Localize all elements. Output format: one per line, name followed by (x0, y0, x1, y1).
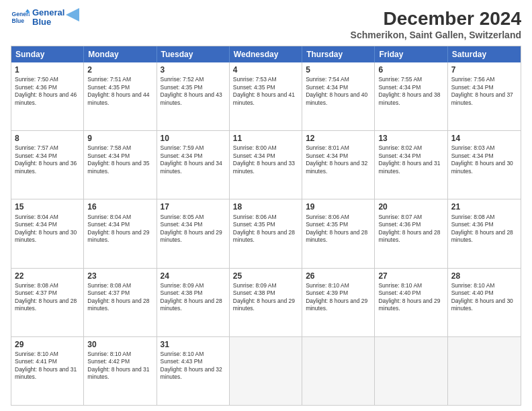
daylight-text: Daylight: 8 hours and 32 minutes. (161, 366, 226, 381)
calendar-header: Sunday Monday Tuesday Wednesday Thursday… (11, 46, 521, 62)
day-number: 25 (233, 271, 298, 281)
day-cell-8: 8Sunrise: 7:57 AMSunset: 4:34 PMDaylight… (11, 131, 84, 199)
day-number: 22 (15, 271, 80, 281)
sunset-text: Sunset: 4:34 PM (451, 84, 517, 91)
day-number: 2 (87, 64, 152, 75)
day-cell-21: 21Sunrise: 8:08 AMSunset: 4:36 PMDayligh… (448, 199, 521, 267)
sunrise-text: Sunrise: 8:03 AM (451, 144, 517, 152)
day-cell-3: 3Sunrise: 7:52 AMSunset: 4:35 PMDaylight… (157, 62, 230, 130)
daylight-text: Daylight: 8 hours and 28 minutes. (306, 229, 371, 244)
sunrise-text: Sunrise: 7:58 AM (87, 144, 152, 152)
sunset-text: Sunset: 4:38 PM (161, 289, 226, 297)
day-number: 3 (161, 64, 226, 75)
sunset-text: Sunset: 4:40 PM (378, 289, 443, 297)
sunrise-text: Sunrise: 7:57 AM (15, 144, 80, 152)
day-number: 27 (378, 271, 443, 281)
header-saturday: Saturday (448, 46, 521, 62)
day-number: 19 (306, 201, 371, 212)
sunset-text: Sunset: 4:34 PM (233, 152, 298, 160)
day-cell-4: 4Sunrise: 7:53 AMSunset: 4:35 PMDaylight… (230, 62, 302, 130)
day-number: 18 (233, 201, 298, 212)
sunrise-text: Sunrise: 7:59 AM (161, 144, 226, 152)
sunset-text: Sunset: 4:34 PM (451, 152, 517, 160)
day-number: 10 (161, 133, 226, 144)
sunset-text: Sunset: 4:34 PM (306, 84, 371, 91)
month-title: December 2024 (351, 8, 521, 30)
day-cell-22: 22Sunrise: 8:08 AMSunset: 4:37 PMDayligh… (11, 269, 84, 336)
daylight-text: Daylight: 8 hours and 41 minutes. (233, 91, 298, 107)
day-number: 26 (306, 271, 371, 281)
day-number: 1 (15, 64, 80, 75)
sunrise-text: Sunrise: 7:54 AM (306, 76, 371, 83)
day-cell-28: 28Sunrise: 8:10 AMSunset: 4:40 PMDayligh… (448, 269, 521, 336)
sunrise-text: Sunrise: 7:55 AM (378, 76, 443, 83)
sunrise-text: Sunrise: 8:10 AM (87, 351, 152, 358)
day-cell-17: 17Sunrise: 8:05 AMSunset: 4:34 PMDayligh… (157, 199, 230, 267)
daylight-text: Daylight: 8 hours and 29 minutes. (378, 298, 443, 313)
day-cell-15: 15Sunrise: 8:04 AMSunset: 4:34 PMDayligh… (11, 199, 84, 267)
sunrise-text: Sunrise: 8:07 AM (378, 214, 443, 221)
calendar-week-5: 29Sunrise: 8:10 AMSunset: 4:41 PMDayligh… (11, 336, 521, 405)
calendar-week-2: 8Sunrise: 7:57 AMSunset: 4:34 PMDaylight… (11, 130, 521, 199)
sunrise-text: Sunrise: 8:01 AM (306, 144, 371, 152)
daylight-text: Daylight: 8 hours and 32 minutes. (306, 160, 371, 175)
day-cell-18: 18Sunrise: 8:06 AMSunset: 4:35 PMDayligh… (230, 199, 302, 267)
sunrise-text: Sunrise: 8:04 AM (15, 214, 80, 221)
sunset-text: Sunset: 4:34 PM (161, 221, 226, 228)
day-cell-30: 30Sunrise: 8:10 AMSunset: 4:42 PMDayligh… (84, 337, 157, 405)
day-number: 31 (161, 339, 226, 350)
sunrise-text: Sunrise: 8:00 AM (233, 144, 298, 152)
sunrise-text: Sunrise: 7:51 AM (87, 76, 152, 83)
day-number: 13 (378, 133, 443, 144)
sunset-text: Sunset: 4:39 PM (306, 289, 371, 297)
day-number: 17 (161, 201, 226, 212)
sunrise-text: Sunrise: 8:06 AM (306, 214, 371, 221)
daylight-text: Daylight: 8 hours and 28 minutes. (15, 298, 80, 313)
day-cell-27: 27Sunrise: 8:10 AMSunset: 4:40 PMDayligh… (375, 269, 447, 336)
sunrise-text: Sunrise: 8:10 AM (451, 282, 517, 289)
svg-text:Blue: Blue (12, 17, 25, 24)
page: General Blue General Blue December 2024 … (0, 0, 532, 411)
sunset-text: Sunset: 4:42 PM (87, 358, 152, 365)
sunset-text: Sunset: 4:34 PM (87, 152, 152, 160)
day-number: 5 (306, 64, 371, 75)
sunrise-text: Sunrise: 8:10 AM (306, 282, 371, 289)
sunrise-text: Sunrise: 8:08 AM (15, 282, 80, 289)
sunset-text: Sunset: 4:43 PM (161, 358, 226, 365)
day-cell-13: 13Sunrise: 8:02 AMSunset: 4:34 PMDayligh… (375, 131, 447, 199)
sunset-text: Sunset: 4:36 PM (15, 84, 80, 91)
day-number: 23 (87, 271, 152, 281)
empty-cell (302, 337, 375, 405)
daylight-text: Daylight: 8 hours and 31 minutes. (87, 366, 152, 381)
day-cell-26: 26Sunrise: 8:10 AMSunset: 4:39 PMDayligh… (302, 269, 375, 336)
sunrise-text: Sunrise: 8:09 AM (161, 282, 226, 289)
logo: General Blue General Blue (11, 8, 79, 28)
sunset-text: Sunset: 4:36 PM (378, 221, 443, 228)
title-block: December 2024 Schmerikon, Saint Gallen, … (351, 8, 521, 40)
header-sunday: Sunday (11, 46, 84, 62)
day-cell-6: 6Sunrise: 7:55 AMSunset: 4:34 PMDaylight… (375, 62, 447, 130)
daylight-text: Daylight: 8 hours and 28 minutes. (87, 298, 152, 313)
daylight-text: Daylight: 8 hours and 34 minutes. (161, 160, 226, 175)
sunset-text: Sunset: 4:35 PM (233, 221, 298, 228)
day-cell-31: 31Sunrise: 8:10 AMSunset: 4:43 PMDayligh… (157, 337, 230, 405)
day-number: 24 (161, 271, 226, 281)
svg-marker-5 (66, 8, 79, 21)
day-cell-23: 23Sunrise: 8:08 AMSunset: 4:37 PMDayligh… (84, 269, 157, 336)
logo-icon: General Blue (11, 8, 30, 27)
day-number: 9 (87, 133, 152, 144)
day-number: 12 (306, 133, 371, 144)
day-cell-10: 10Sunrise: 7:59 AMSunset: 4:34 PMDayligh… (157, 131, 230, 199)
sunrise-text: Sunrise: 8:04 AM (87, 214, 152, 221)
sunset-text: Sunset: 4:34 PM (15, 152, 80, 160)
calendar-week-3: 15Sunrise: 8:04 AMSunset: 4:34 PMDayligh… (11, 199, 521, 267)
day-cell-2: 2Sunrise: 7:51 AMSunset: 4:35 PMDaylight… (84, 62, 157, 130)
sunrise-text: Sunrise: 8:08 AM (451, 214, 517, 221)
day-cell-7: 7Sunrise: 7:56 AMSunset: 4:34 PMDaylight… (448, 62, 521, 130)
day-cell-25: 25Sunrise: 8:09 AMSunset: 4:38 PMDayligh… (230, 269, 302, 336)
day-number: 29 (15, 339, 80, 350)
day-cell-16: 16Sunrise: 8:04 AMSunset: 4:34 PMDayligh… (84, 199, 157, 267)
sunrise-text: Sunrise: 8:10 AM (15, 351, 80, 358)
day-number: 11 (233, 133, 298, 144)
daylight-text: Daylight: 8 hours and 29 minutes. (87, 229, 152, 244)
